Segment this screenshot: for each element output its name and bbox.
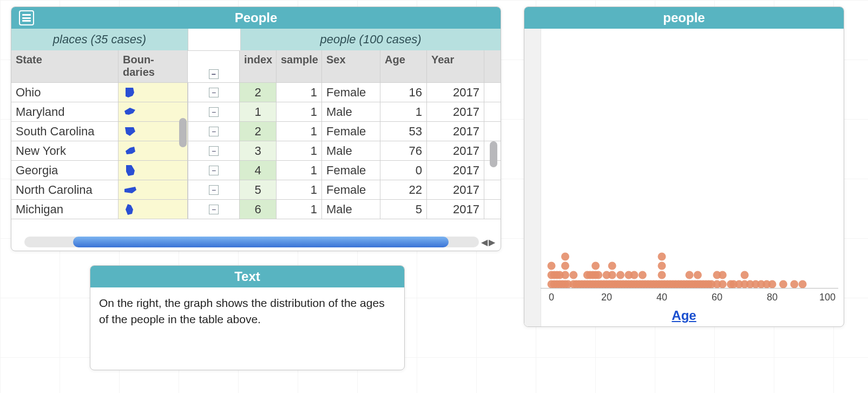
people-table-row[interactable]: 61Male52017 (240, 200, 501, 219)
age-cell[interactable]: 0 (380, 161, 427, 180)
state-cell[interactable]: Georgia (11, 161, 119, 180)
dot-plot[interactable] (541, 31, 838, 289)
people-table-row[interactable]: 21Female162017 (240, 83, 501, 102)
data-point[interactable] (779, 280, 787, 289)
data-point[interactable] (608, 262, 616, 270)
graph-tile[interactable]: people 020406080100 Age (524, 6, 844, 327)
index-cell[interactable]: 1 (240, 102, 277, 122)
people-table-row[interactable]: 21Female532017 (240, 122, 501, 141)
data-point[interactable] (658, 253, 666, 261)
sample-cell[interactable]: 1 (277, 180, 322, 200)
collapse-cell[interactable]: − (188, 180, 240, 200)
boundary-cell[interactable] (119, 102, 188, 122)
boundary-cell[interactable] (119, 83, 188, 102)
graph-area[interactable]: 020406080100 Age (524, 29, 844, 326)
boundary-cell[interactable] (119, 141, 188, 161)
col-header-age[interactable]: Age (380, 50, 427, 83)
col-header-index[interactable]: index (240, 50, 277, 83)
index-cell[interactable]: 3 (240, 141, 277, 161)
sex-cell[interactable]: Female (322, 180, 380, 200)
people-tile-title-bar[interactable]: People (11, 7, 501, 29)
sample-cell[interactable]: 1 (277, 200, 322, 219)
boundary-cell[interactable] (119, 161, 188, 180)
sample-cell[interactable]: 1 (277, 141, 322, 161)
scrollbar-arrows[interactable]: ◀ ▶ (481, 237, 495, 247)
minus-icon[interactable]: − (209, 88, 219, 97)
year-cell[interactable]: 2017 (427, 180, 484, 200)
data-point[interactable] (608, 271, 616, 279)
data-point[interactable] (658, 262, 666, 270)
data-point[interactable] (686, 271, 694, 279)
col-header-sex[interactable]: Sex (322, 50, 380, 83)
text-tile-body[interactable]: On the right, the graph shows the distri… (90, 287, 404, 336)
places-table-row[interactable]: New York (11, 141, 188, 161)
data-point[interactable] (561, 271, 569, 279)
data-point[interactable] (719, 271, 727, 279)
index-cell[interactable]: 4 (240, 161, 277, 180)
collapse-cell[interactable]: − (188, 141, 240, 161)
data-point[interactable] (768, 280, 777, 289)
places-table-row[interactable]: Michigan (11, 200, 188, 219)
x-axis-label-link[interactable]: Age (672, 308, 696, 323)
age-cell[interactable]: 76 (380, 141, 427, 161)
text-tile[interactable]: Text On the right, the graph shows the d… (90, 265, 405, 370)
minus-icon[interactable]: − (209, 205, 219, 214)
state-cell[interactable]: Ohio (11, 83, 119, 102)
index-cell[interactable]: 2 (240, 83, 277, 102)
age-cell[interactable]: 22 (380, 180, 427, 200)
state-cell[interactable]: North Carolina (11, 180, 119, 200)
state-cell[interactable]: Maryland (11, 102, 119, 122)
minus-icon[interactable]: − (209, 185, 219, 195)
triangle-left-icon[interactable]: ◀ (481, 237, 488, 247)
people-table-row[interactable]: 31Male762017 (240, 141, 501, 161)
data-point[interactable] (561, 262, 569, 270)
data-point[interactable] (594, 271, 602, 279)
places-collection-header[interactable]: places (35 cases) (11, 29, 188, 50)
data-point[interactable] (694, 271, 702, 279)
places-table-row[interactable]: Maryland (11, 102, 188, 122)
sex-cell[interactable]: Male (322, 141, 380, 161)
col-header-year[interactable]: Year (427, 50, 484, 83)
people-table-row[interactable]: 51Female222017 (240, 180, 501, 200)
data-point[interactable] (790, 280, 798, 289)
minus-icon[interactable]: − (209, 166, 219, 175)
sex-cell[interactable]: Female (322, 122, 380, 141)
index-cell[interactable]: 6 (240, 200, 277, 219)
year-cell[interactable]: 2017 (427, 200, 484, 219)
minus-icon[interactable]: − (209, 127, 219, 136)
horizontal-scrollbar-thumb[interactable] (73, 237, 449, 247)
data-point[interactable] (639, 271, 647, 279)
data-point[interactable] (591, 262, 600, 270)
year-cell[interactable]: 2017 (427, 122, 484, 141)
data-point[interactable] (719, 280, 727, 289)
age-cell[interactable]: 53 (380, 122, 427, 141)
data-point[interactable] (799, 280, 807, 289)
col-header-sample[interactable]: sample (277, 50, 322, 83)
data-point[interactable] (569, 271, 577, 279)
col-header-collapse[interactable]: − (188, 50, 240, 83)
collapse-cell[interactable]: − (188, 83, 240, 102)
collapse-cell[interactable]: − (188, 102, 240, 122)
data-point[interactable] (616, 271, 624, 279)
left-vertical-scrollbar[interactable] (179, 118, 187, 147)
places-table-row[interactable]: Ohio (11, 83, 188, 102)
table-view-icon[interactable] (19, 10, 34, 25)
collapse-cell[interactable]: − (188, 200, 240, 219)
state-cell[interactable]: South Carolina (11, 122, 119, 141)
year-cell[interactable]: 2017 (427, 161, 484, 180)
data-point[interactable] (658, 271, 666, 279)
people-table-row[interactable]: 11Male12017 (240, 102, 501, 122)
sample-cell[interactable]: 1 (277, 83, 322, 102)
year-cell[interactable]: 2017 (427, 83, 484, 102)
col-header-boundaries[interactable]: Boun- daries (119, 50, 188, 83)
places-table-row[interactable]: Georgia (11, 161, 188, 180)
sample-cell[interactable]: 1 (277, 122, 322, 141)
data-point[interactable] (548, 262, 556, 270)
year-cell[interactable]: 2017 (427, 141, 484, 161)
state-cell[interactable]: Michigan (11, 200, 119, 219)
y-axis-drop-zone[interactable] (524, 29, 541, 326)
people-table-row[interactable]: 41Female02017 (240, 161, 501, 180)
x-axis-label[interactable]: Age (524, 308, 844, 323)
boundary-cell[interactable] (119, 180, 188, 200)
graph-tile-title-bar[interactable]: people (524, 7, 844, 29)
